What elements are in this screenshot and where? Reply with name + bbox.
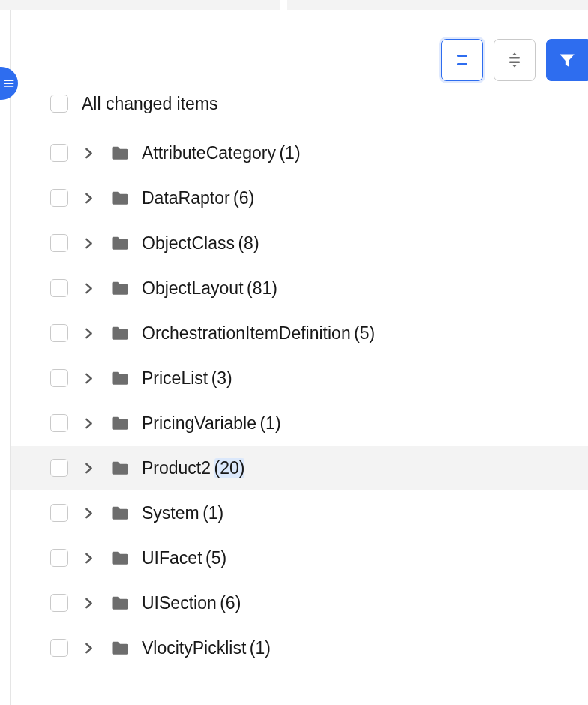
folder-icon-wrap	[109, 502, 131, 524]
folder-icon	[110, 458, 130, 478]
folder-icon-wrap	[109, 322, 131, 344]
svg-rect-6	[509, 62, 520, 64]
folder-icon-wrap	[109, 232, 131, 254]
expand-toggle[interactable]	[79, 278, 98, 298]
row-label: Product2(20)	[142, 458, 244, 478]
expand-toggle[interactable]	[79, 233, 98, 253]
tree-row[interactable]: UIFacet(5)	[11, 536, 588, 580]
expand-toggle[interactable]	[79, 458, 98, 478]
tree-row[interactable]: PricingVariable(1)	[11, 400, 588, 446]
expand-view-button[interactable]	[441, 39, 483, 81]
svg-rect-2	[4, 86, 14, 87]
folder-icon-wrap	[109, 367, 131, 389]
expand-toggle[interactable]	[79, 593, 98, 613]
row-label: OrchestrationItemDefinition(5)	[142, 323, 375, 344]
row-checkbox[interactable]	[50, 144, 68, 162]
tree-row[interactable]: Product2(20)	[11, 446, 588, 490]
row-checkbox[interactable]	[50, 234, 68, 252]
filter-icon	[557, 50, 577, 70]
toolbar	[441, 39, 588, 81]
tree-row[interactable]: PriceList(3)	[11, 356, 588, 400]
row-checkbox[interactable]	[50, 279, 68, 297]
row-label: UIFacet(5)	[142, 548, 226, 568]
tree-row[interactable]: ObjectLayout(81)	[11, 266, 588, 310]
row-label: ObjectClass(8)	[142, 233, 260, 254]
tree-row[interactable]: UISection(6)	[11, 580, 588, 626]
folder-icon-wrap	[109, 547, 131, 569]
tree-row[interactable]: ObjectClass(8)	[11, 220, 588, 266]
row-checkbox[interactable]	[50, 414, 68, 432]
folder-icon	[110, 592, 130, 614]
chevron-right-icon	[83, 328, 94, 339]
expand-lines-icon	[453, 51, 471, 69]
row-count: (1)	[250, 638, 271, 658]
expand-toggle[interactable]	[79, 143, 98, 163]
folder-icon	[110, 278, 130, 298]
window-left-rail	[0, 10, 10, 705]
folder-icon-wrap	[109, 637, 131, 659]
row-name: Product2	[142, 458, 211, 478]
chevron-right-icon	[83, 463, 94, 474]
row-name: ObjectLayout	[142, 278, 244, 298]
row-checkbox[interactable]	[50, 369, 68, 387]
filter-button[interactable]	[546, 39, 588, 81]
row-count: (8)	[238, 233, 259, 254]
row-count: (6)	[220, 593, 241, 614]
expand-toggle[interactable]	[79, 413, 98, 433]
row-name: PricingVariable	[142, 413, 256, 434]
expand-toggle[interactable]	[79, 503, 98, 523]
tree-row[interactable]: VlocityPicklist(1)	[11, 626, 588, 670]
chevron-right-icon	[83, 553, 94, 564]
row-checkbox[interactable]	[50, 594, 68, 612]
row-checkbox[interactable]	[50, 549, 68, 567]
folder-icon	[110, 368, 130, 388]
svg-rect-5	[509, 57, 520, 59]
folder-icon-wrap	[109, 457, 131, 479]
folder-icon	[110, 322, 130, 344]
tree-row[interactable]: OrchestrationItemDefinition(5)	[11, 310, 588, 356]
row-count: (81)	[247, 278, 278, 298]
row-label: System(1)	[142, 503, 224, 524]
row-name: PriceList	[142, 368, 208, 388]
expand-toggle[interactable]	[79, 323, 98, 343]
chevron-right-icon	[83, 643, 94, 654]
tree-row[interactable]: AttributeCategory(1)	[11, 130, 588, 176]
folder-icon-wrap	[109, 187, 131, 209]
folder-icon	[110, 638, 130, 658]
row-checkbox[interactable]	[50, 504, 68, 522]
row-checkbox[interactable]	[50, 324, 68, 342]
row-label: UISection(6)	[142, 593, 241, 614]
row-label: PricingVariable(1)	[142, 413, 281, 434]
row-name: UISection	[142, 593, 217, 614]
expand-toggle[interactable]	[79, 638, 98, 658]
row-label: VlocityPicklist(1)	[142, 638, 271, 658]
header-title: All changed items	[82, 94, 218, 114]
row-checkbox[interactable]	[50, 189, 68, 207]
chevron-right-icon	[83, 148, 94, 159]
tree-row[interactable]: System(1)	[11, 490, 588, 536]
select-all-checkbox[interactable]	[50, 94, 68, 112]
row-count: (1)	[279, 143, 300, 164]
tree-list: AttributeCategory(1)DataRaptor(6)ObjectC…	[11, 130, 588, 670]
folder-icon-wrap	[109, 142, 131, 164]
row-name: VlocityPicklist	[142, 638, 246, 658]
row-checkbox[interactable]	[50, 459, 68, 477]
row-label: DataRaptor(6)	[142, 188, 254, 208]
row-count: (5)	[354, 323, 375, 344]
row-label: AttributeCategory(1)	[142, 143, 301, 164]
chevron-right-icon	[83, 283, 94, 294]
folder-icon-wrap	[109, 412, 131, 434]
folder-icon	[110, 412, 130, 434]
row-count: (1)	[202, 503, 224, 524]
row-name: OrchestrationItemDefinition	[142, 323, 351, 344]
chevron-right-icon	[83, 193, 94, 204]
collapse-view-button[interactable]	[494, 39, 536, 81]
folder-icon-wrap	[109, 592, 131, 614]
folder-icon-wrap	[109, 277, 131, 299]
tree-row[interactable]: DataRaptor(6)	[11, 176, 588, 220]
collapse-lines-icon	[506, 51, 524, 69]
expand-toggle[interactable]	[79, 188, 98, 208]
expand-toggle[interactable]	[79, 368, 98, 388]
expand-toggle[interactable]	[79, 548, 98, 568]
row-checkbox[interactable]	[50, 639, 68, 657]
